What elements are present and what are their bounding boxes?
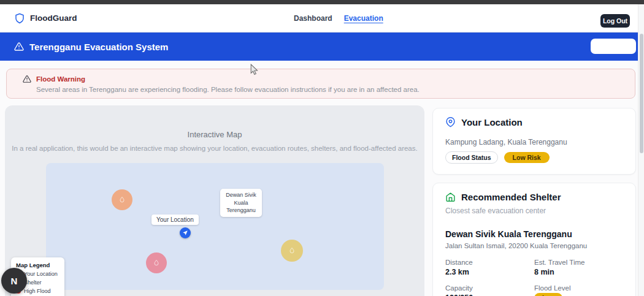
your-location-card: Your Location Kampung Ladang, Kuala Tere… [432,108,636,175]
alert-warning-icon [23,75,31,83]
shelter-card-subtitle: Closest safe evacuation center [445,207,623,215]
banner-action-button[interactable] [591,39,636,54]
stat-flood-level: Flood Level Low [534,284,623,296]
scrollbar-thumb[interactable] [640,34,643,153]
map-legend-title: Map Legend [16,262,59,268]
home-icon [445,192,456,202]
warning-triangle-icon [14,42,24,51]
brand: FloodGuard [14,13,77,24]
stat-travel-time: Est. Travel Time 8 min [534,259,623,276]
logout-button[interactable]: Log Out [600,14,630,28]
brand-name: FloodGuard [30,13,77,23]
flood-zone-marker-yellow[interactable] [281,240,303,262]
stat-distance: Distance 2.3 km [445,259,534,276]
user-location-marker[interactable] [180,227,191,238]
shield-logo-icon [14,13,25,24]
shelter-name: Dewan Sivik Kuala Terengganu [445,229,623,239]
shelter-stats: Distance 2.3 km Est. Travel Time 8 min C… [445,259,623,296]
floating-n-bubble[interactable]: N [1,268,27,294]
window-chrome-strip [0,0,644,4]
map-pin-icon [445,117,456,127]
top-navbar: FloodGuard Dashboard Evacuation Log Out [0,4,644,32]
evacuation-banner: Terengganu Evacuation System [0,32,644,61]
alert-title: Flood Warning [36,75,85,83]
user-location-map-label: Your Location [151,214,199,225]
nav-link-dashboard[interactable]: Dashboard [294,14,332,23]
flood-zone-marker-orange[interactable] [112,189,132,210]
flood-status-badge: Low Risk [504,152,550,163]
alert-message: Several areas in Terengganu are experien… [36,86,635,93]
shelter-card-title: Recommended Shelter [461,192,561,202]
interactive-map[interactable]: Dewan Sivik Kuala Terengganu Your Locati… [46,163,384,290]
user-place: Kampung Ladang, Kuala Terengganu [445,138,623,146]
nav-link-evacuation[interactable]: Evacuation [344,14,383,23]
flood-warning-alert: Flood Warning Several areas in Terenggan… [6,69,635,99]
nav-links: Dashboard Evacuation [294,4,383,32]
map-subtitle: In a real application, this would be an … [5,145,424,152]
recommended-shelter-card: Recommended Shelter Closest safe evacuat… [432,183,636,296]
flood-status-pill: Flood Status [445,151,498,164]
stat-capacity: Capacity 120/250 [445,284,534,296]
shelter-address: Jalan Sultan Ismail, 20200 Kuala Terengg… [445,242,623,249]
flood-zone-marker-pink[interactable] [146,252,167,273]
map-card: Interactive Map In a real application, t… [5,105,424,296]
shelter-map-label: Dewan Sivik Kuala Terengganu [220,189,262,217]
map-title: Interactive Map [5,105,424,139]
flood-level-badge: Low [534,293,562,296]
scrollbar-track[interactable] [638,4,644,296]
location-card-title: Your Location [461,117,523,127]
banner-title: Terengganu Evacuation System [29,42,168,52]
